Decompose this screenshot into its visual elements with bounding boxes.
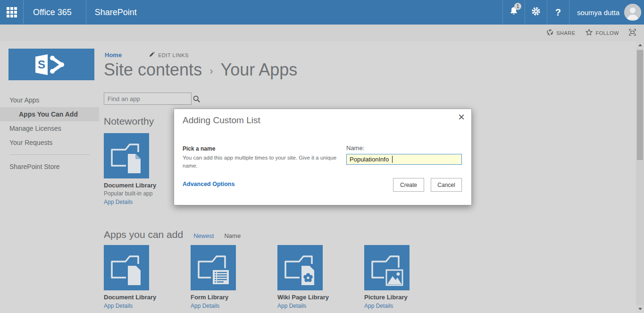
sidebar: S Your Apps Apps You Can Add Manage Lice… — [0, 41, 99, 313]
sidebar-divider — [9, 154, 90, 155]
app-details-link[interactable]: App Details — [191, 303, 276, 309]
home-link[interactable]: Home — [105, 51, 122, 59]
sidebar-item-your-requests[interactable]: Your Requests — [0, 135, 99, 150]
waffle-icon — [7, 7, 17, 17]
avatar[interactable] — [624, 4, 641, 21]
page-title: Site contents › Your Apps — [104, 60, 297, 80]
pick-a-name-description: You can add this app multiple times to y… — [183, 154, 338, 169]
share-icon — [546, 29, 553, 37]
suite-bar: Office 365 SharePoint 1 ? soumya dutta — [0, 0, 644, 25]
search-input[interactable] — [104, 95, 192, 102]
form-library-icon — [191, 245, 236, 290]
page-title-site-contents[interactable]: Site contents — [104, 60, 202, 80]
star-icon — [585, 28, 593, 37]
share-button[interactable]: SHARE — [546, 29, 575, 37]
edit-links-label: EDIT LINKS — [158, 52, 189, 58]
follow-label: FOLLOW — [596, 30, 619, 36]
app-details-link[interactable]: App Details — [104, 303, 189, 309]
app-card-form-library: Form Library App Details — [191, 245, 276, 309]
page-title-your-apps: Your Apps — [220, 60, 297, 80]
scrollbar-thumb[interactable] — [637, 50, 643, 160]
sidebar-item-manage-licenses[interactable]: Manage Licenses — [0, 121, 99, 135]
app-name[interactable]: Document Library — [104, 294, 189, 301]
name-label: Name: — [346, 144, 364, 152]
name-field-wrap — [346, 154, 462, 165]
name-input[interactable] — [346, 154, 462, 165]
document-library-icon — [104, 133, 149, 178]
focus-mode-button[interactable] — [628, 28, 636, 37]
suite-bar-left: Office 365 SharePoint — [0, 0, 137, 25]
ribbon-bar: SHARE FOLLOW — [0, 25, 644, 41]
sidebar-nav: Your Apps Apps You Can Add Manage Licens… — [0, 93, 99, 174]
sidebar-item-sharepoint-store[interactable]: SharePoint Store — [0, 160, 99, 174]
share-label: SHARE — [556, 30, 575, 36]
form-library-tile[interactable] — [191, 245, 236, 290]
app-card-wiki-page-library: Wiki Page Library App Details — [277, 245, 362, 309]
sharepoint-logo-icon: S — [29, 53, 74, 76]
apps-you-can-add-header: Apps you can add Newest Name — [104, 229, 241, 240]
triangle-up-icon — [638, 44, 642, 46]
app-card-picture-library: Picture Library App Details — [364, 245, 449, 309]
app-name[interactable]: Wiki Page Library — [277, 294, 362, 301]
settings-button[interactable] — [525, 0, 547, 25]
app-card-document-library: Document Library App Details — [104, 245, 189, 309]
follow-button[interactable]: FOLLOW — [585, 28, 619, 37]
vertical-scrollbar[interactable] — [636, 41, 644, 313]
gear-icon — [531, 6, 541, 18]
breadcrumb: Home EDIT LINKS — [105, 51, 189, 59]
notification-badge: 1 — [514, 3, 521, 10]
wiki-page-library-icon — [277, 245, 323, 290]
focus-icon — [628, 28, 636, 37]
triangle-down-icon — [638, 308, 642, 310]
site-logo[interactable]: S — [8, 49, 94, 80]
picture-library-tile[interactable] — [364, 245, 410, 290]
edit-links-button[interactable]: EDIT LINKS — [149, 52, 189, 58]
help-button[interactable]: ? — [547, 0, 569, 25]
find-an-app-search — [104, 93, 192, 105]
app-details-link[interactable]: App Details — [277, 303, 362, 309]
wiki-page-library-tile[interactable] — [277, 245, 323, 290]
app-launcher-button[interactable] — [0, 0, 24, 25]
user-name: soumya dutta — [577, 8, 619, 17]
sidebar-item-apps-you-can-add[interactable]: Apps You Can Add — [0, 107, 99, 121]
question-mark-icon: ? — [555, 7, 561, 18]
sharepoint-link[interactable]: SharePoint — [86, 0, 137, 25]
svg-text:S: S — [38, 58, 45, 71]
dialog-title: Adding Custom List — [183, 115, 260, 126]
sharepoint-page: Office 365 SharePoint 1 ? soumya dutta — [0, 0, 644, 313]
create-button[interactable]: Create — [393, 178, 424, 192]
sidebar-item-your-apps[interactable]: Your Apps — [0, 93, 99, 107]
pick-a-name-heading: Pick a name — [183, 145, 215, 152]
apps-you-can-add-heading: Apps you can add — [104, 229, 183, 240]
scroll-up-button[interactable] — [636, 41, 644, 49]
app-name[interactable]: Picture Library — [364, 294, 449, 301]
document-library-tile[interactable] — [104, 133, 149, 178]
advanced-options-link[interactable]: Advanced Options — [183, 181, 234, 187]
office-365-link[interactable]: Office 365 — [24, 0, 86, 25]
search-icon[interactable] — [192, 95, 201, 103]
app-details-link[interactable]: App Details — [364, 303, 449, 309]
scroll-down-button[interactable] — [636, 305, 644, 313]
picture-library-icon — [364, 245, 410, 290]
notifications-button[interactable]: 1 — [502, 0, 525, 25]
text-caret — [392, 156, 393, 163]
app-name[interactable]: Form Library — [191, 294, 276, 301]
adding-custom-list-dialog: Adding Custom List × Pick a name You can… — [174, 109, 472, 205]
document-library-tile[interactable] — [104, 245, 149, 290]
account-menu[interactable]: soumya dutta — [569, 0, 644, 25]
sort-newest-link[interactable]: Newest — [193, 232, 214, 239]
close-icon[interactable]: × — [458, 111, 465, 123]
cancel-button[interactable]: Cancel — [431, 178, 462, 192]
noteworthy-heading: Noteworthy — [104, 116, 154, 127]
suite-bar-right: 1 ? soumya dutta — [502, 0, 644, 25]
pencil-icon — [149, 52, 155, 58]
document-library-icon — [104, 245, 149, 290]
sort-name-link[interactable]: Name — [224, 232, 241, 239]
chevron-right-icon: › — [209, 62, 213, 77]
